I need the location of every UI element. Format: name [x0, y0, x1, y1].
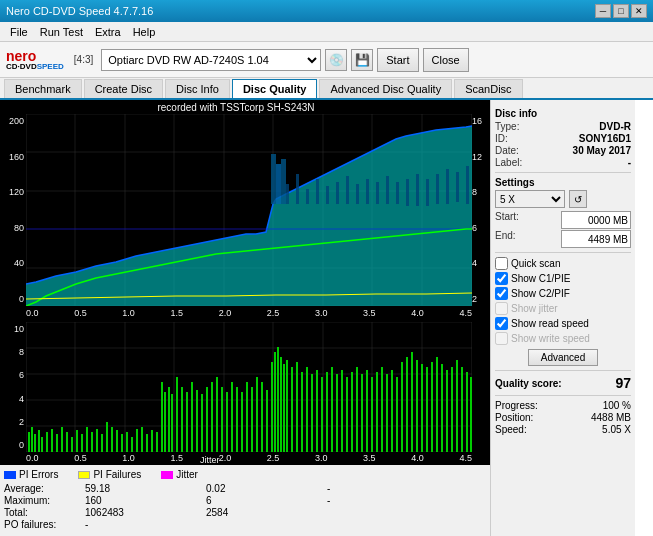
window-title: Nero CD-DVD Speed 4.7.7.16 — [6, 5, 595, 17]
pi-errors-label: PI Errors — [19, 469, 58, 480]
svg-rect-23 — [296, 174, 299, 204]
label-value: - — [628, 157, 631, 168]
show-c1-pie-checkbox[interactable] — [495, 272, 508, 285]
svg-rect-60 — [34, 434, 36, 452]
svg-rect-148 — [456, 360, 458, 452]
svg-rect-31 — [376, 182, 379, 204]
svg-rect-105 — [251, 387, 253, 452]
svg-rect-65 — [56, 434, 58, 452]
svg-rect-33 — [396, 182, 399, 204]
divider2 — [495, 252, 631, 253]
svg-rect-75 — [106, 422, 108, 452]
quality-score-row: Quality score: 97 — [495, 375, 631, 391]
svg-rect-28 — [346, 176, 349, 204]
end-input[interactable] — [561, 230, 631, 248]
svg-rect-35 — [416, 174, 419, 206]
svg-rect-144 — [436, 357, 438, 452]
tab-benchmark[interactable]: Benchmark — [4, 79, 82, 98]
date-label: Date: — [495, 145, 519, 156]
speed-display-value: 5.05 X — [602, 424, 631, 435]
title-bar: Nero CD-DVD Speed 4.7.7.16 ─ □ ✕ — [0, 0, 653, 22]
x-label-0.5-top: 0.5 — [74, 308, 87, 318]
divider3 — [495, 370, 631, 371]
tab-disc-quality[interactable]: Disc Quality — [232, 79, 318, 98]
speed-display-label: Speed: — [495, 424, 527, 435]
show-read-speed-checkbox[interactable] — [495, 317, 508, 330]
jitter-color — [161, 471, 173, 479]
menu-file[interactable]: File — [4, 24, 34, 40]
start-button[interactable]: Start — [377, 48, 418, 72]
show-jitter-checkbox[interactable] — [495, 302, 508, 315]
svg-rect-134 — [386, 374, 388, 452]
menu-help[interactable]: Help — [127, 24, 162, 40]
menu-bar: File Run Test Extra Help — [0, 22, 653, 42]
svg-rect-124 — [336, 374, 338, 452]
svg-rect-97 — [211, 382, 213, 452]
show-read-speed-label: Show read speed — [511, 318, 589, 329]
tab-create-disc[interactable]: Create Disc — [84, 79, 163, 98]
svg-rect-126 — [346, 377, 348, 452]
legend-area: PI Errors PI Failures Jitter Average: 59… — [0, 465, 490, 536]
svg-rect-122 — [326, 372, 328, 452]
svg-rect-85 — [156, 432, 158, 452]
svg-rect-39 — [456, 172, 459, 202]
svg-rect-125 — [341, 370, 343, 452]
svg-rect-26 — [326, 186, 329, 204]
tab-scandisc[interactable]: ScanDisc — [454, 79, 522, 98]
minimize-button[interactable]: ─ — [595, 4, 611, 18]
svg-rect-63 — [46, 432, 48, 452]
y-axis-top-right: 16 12 8 6 4 2 — [472, 114, 490, 306]
type-label: Type: — [495, 121, 519, 132]
speed-select[interactable]: 5 X — [495, 190, 565, 208]
position-row: Position: 4488 MB — [495, 412, 631, 423]
y-label-120: 120 — [0, 187, 26, 197]
svg-rect-91 — [181, 387, 183, 452]
tab-advanced-disc-quality[interactable]: Advanced Disc Quality — [319, 79, 452, 98]
disc-icon[interactable]: 💿 — [325, 49, 347, 71]
progress-label: Progress: — [495, 400, 538, 411]
disc-info-title: Disc info — [495, 108, 631, 119]
y-label-40: 40 — [0, 258, 26, 268]
svg-rect-34 — [406, 179, 409, 206]
svg-rect-102 — [236, 387, 238, 452]
refresh-icon[interactable]: ↺ — [569, 190, 587, 208]
window-controls: ─ □ ✕ — [595, 4, 647, 18]
close-button[interactable]: ✕ — [631, 4, 647, 18]
pi-errors-total: 1062483 — [85, 507, 205, 518]
maximize-button[interactable]: □ — [613, 4, 629, 18]
close-toolbar-button[interactable]: Close — [423, 48, 469, 72]
show-write-speed-checkbox[interactable] — [495, 332, 508, 345]
svg-rect-116 — [296, 362, 298, 452]
quick-scan-row: Quick scan — [495, 257, 631, 270]
start-label: Start: — [495, 211, 519, 229]
show-c2-pif-checkbox[interactable] — [495, 287, 508, 300]
y-right-4: 4 — [472, 258, 490, 268]
advanced-button[interactable]: Advanced — [528, 349, 598, 366]
svg-rect-64 — [51, 429, 53, 452]
y-label-160: 160 — [0, 152, 26, 162]
show-c1-row: Show C1/PIE — [495, 272, 631, 285]
svg-rect-135 — [391, 370, 393, 452]
top-chart-svg — [26, 114, 472, 306]
label-row: Label: - — [495, 157, 631, 168]
jitter-avg: - — [327, 483, 447, 494]
svg-rect-71 — [86, 427, 88, 452]
svg-rect-147 — [451, 367, 453, 452]
tab-disc-info[interactable]: Disc Info — [165, 79, 230, 98]
jitter-label2: Jitter — [176, 469, 198, 480]
svg-rect-136 — [396, 377, 398, 452]
svg-rect-74 — [101, 434, 103, 452]
save-icon[interactable]: 💾 — [351, 49, 373, 71]
po-failures-label: PO failures: — [4, 519, 84, 530]
svg-rect-88 — [168, 387, 170, 452]
settings-title: Settings — [495, 177, 631, 188]
menu-run-test[interactable]: Run Test — [34, 24, 89, 40]
svg-rect-29 — [356, 184, 359, 204]
quick-scan-checkbox[interactable] — [495, 257, 508, 270]
svg-rect-93 — [191, 382, 193, 452]
drive-selector[interactable]: Optiarc DVD RW AD-7240S 1.04 — [101, 49, 321, 71]
quick-scan-label: Quick scan — [511, 258, 560, 269]
pi-failures-color — [78, 471, 90, 479]
start-input[interactable] — [561, 211, 631, 229]
menu-extra[interactable]: Extra — [89, 24, 127, 40]
